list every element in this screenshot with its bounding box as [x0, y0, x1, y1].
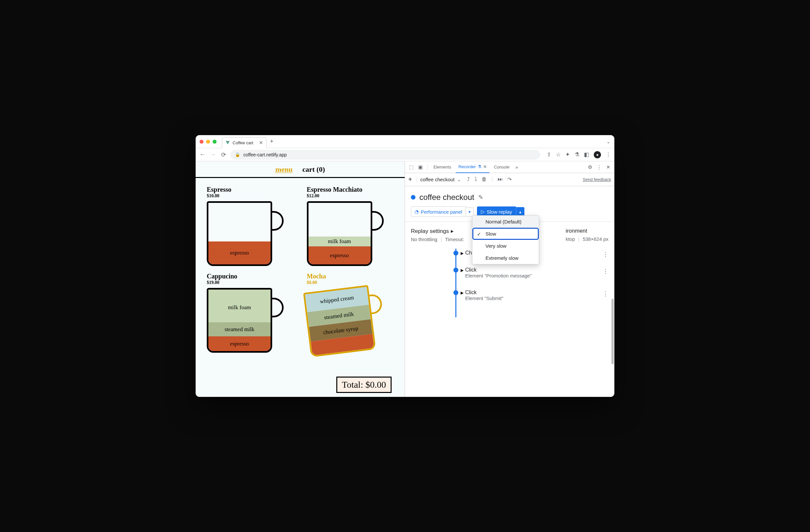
tab-elements[interactable]: Elements: [431, 161, 454, 173]
lock-icon: 🔒: [235, 152, 240, 157]
step-menu-icon[interactable]: ⋮: [603, 268, 609, 275]
env-device: ktop: [566, 236, 575, 242]
layer-foam: milk foam: [308, 237, 371, 246]
step-item[interactable]: ▶ Click Element "Submit" ⋮: [453, 288, 614, 311]
replay-speed-dropdown: Normal (Default) ✓ Slow Very slow Extrem…: [472, 215, 539, 264]
chevron-right-icon: ▶: [460, 268, 464, 273]
environment-block: ironment ktop | 538×624 px: [566, 228, 609, 242]
device-toggle-icon[interactable]: ▣: [417, 164, 424, 170]
dropdown-item-extremely-slow[interactable]: Extremely slow: [472, 252, 539, 264]
chevron-down-icon: ⌄: [457, 177, 461, 182]
forward-button[interactable]: →: [209, 151, 216, 158]
extensions-icon[interactable]: ✦: [565, 151, 570, 158]
more-tabs-icon[interactable]: »: [514, 164, 519, 170]
recording-title: coffee checkout: [419, 193, 474, 202]
page-nav: menu cart (0): [196, 161, 405, 178]
delete-icon[interactable]: 🗑: [482, 176, 487, 182]
content-area: menu cart (0) Espresso $10.00 espresso: [196, 161, 614, 397]
product-grid: Espresso $10.00 espresso Espresso Macchi…: [196, 178, 405, 353]
flask-icon: ⚗: [477, 164, 482, 169]
product-name: Espresso: [207, 186, 294, 193]
browser-tab[interactable]: Coffee cart ✕: [222, 137, 266, 148]
product-price: $19.00: [207, 280, 294, 285]
layer-espresso: espresso: [308, 246, 371, 264]
new-recording-icon[interactable]: +: [408, 176, 412, 183]
product-espresso[interactable]: Espresso $10.00 espresso: [207, 186, 294, 267]
step-menu-icon[interactable]: ⋮: [603, 251, 609, 258]
step-item[interactable]: ▶ Click Element "Promotion message" ⋮: [453, 266, 614, 288]
recording-body: Replay settings ▸ No throttling | Timeou…: [405, 222, 614, 321]
cup-graphic: milk foam steamed milk espresso: [207, 288, 285, 353]
performance-panel-button[interactable]: ◔ Performance panel: [411, 207, 466, 217]
tab-recorder[interactable]: Recorder ⚗ ✕: [456, 161, 489, 173]
profile-avatar[interactable]: ●: [594, 151, 601, 158]
dropdown-item-normal[interactable]: Normal (Default): [472, 215, 539, 228]
menu-icon[interactable]: ⋮: [605, 151, 611, 158]
close-window[interactable]: [199, 140, 204, 144]
product-cappucino[interactable]: Cappucino $19.00 milk foam steamed milk …: [207, 273, 294, 353]
cup-body: whipped cream steamed milk chocolate syr…: [303, 285, 376, 357]
maximize-window[interactable]: [213, 140, 216, 144]
recording-selector[interactable]: coffee checkout ⌄: [420, 177, 461, 182]
step-title: Click: [465, 267, 614, 273]
share-icon[interactable]: ⇪: [547, 151, 551, 158]
step-icon[interactable]: ↷: [507, 176, 512, 182]
timeout-label: Timeout:: [445, 237, 464, 242]
product-mocha[interactable]: Mocha $8.00 whipped cream steamed milk c…: [307, 273, 394, 353]
dropdown-item-slow[interactable]: ✓ Slow: [472, 228, 539, 240]
env-dimensions: 538×624 px: [583, 236, 609, 242]
reload-button[interactable]: ⟳: [220, 151, 227, 158]
product-name: Cappucino: [207, 273, 294, 280]
import-icon[interactable]: ⤵: [474, 176, 477, 182]
window-controls: [199, 140, 216, 144]
back-button[interactable]: ←: [199, 151, 206, 158]
product-name: Espresso Macchiato: [307, 186, 394, 193]
address-bar[interactable]: 🔒 coffee-cart.netlify.app: [230, 150, 540, 160]
browser-toolbar: ← → ⟳ 🔒 coffee-cart.netlify.app ⇪ ☆ ✦ ⚗ …: [196, 148, 614, 161]
devtools-panel: ⬚ ▣ Elements Recorder ⚗ ✕ Console » ⚙ ⋮ …: [405, 161, 614, 397]
layer-steamed: steamed milk: [208, 322, 271, 336]
inspect-icon[interactable]: ⬚: [408, 164, 415, 170]
step-dot-icon: [453, 268, 458, 273]
kebab-icon[interactable]: ⋮: [595, 164, 603, 170]
labs-icon[interactable]: ⚗: [574, 151, 579, 158]
performance-dropdown[interactable]: ▾: [466, 207, 474, 216]
recorder-actions: ⤴ ⤵ 🗑 | ⏭ ↷: [467, 176, 511, 182]
product-price: $12.00: [307, 193, 394, 198]
close-tab-icon[interactable]: ✕: [259, 140, 263, 145]
cup-handle: [271, 298, 284, 317]
panel-icon[interactable]: ◧: [584, 151, 589, 158]
send-feedback-link[interactable]: Send feedback: [583, 177, 611, 182]
total-badge[interactable]: Total: $0.00: [336, 376, 392, 393]
gauge-icon: ◔: [415, 209, 419, 215]
play-icon: ▷: [481, 209, 485, 215]
tab-console[interactable]: Console: [491, 161, 512, 173]
nav-menu-link[interactable]: menu: [275, 165, 293, 174]
browser-window: Coffee cart ✕ + ⌄ ← → ⟳ 🔒 coffee-cart.ne…: [196, 135, 614, 397]
step-subtitle: Element "Submit": [465, 295, 614, 301]
scrollbar[interactable]: [612, 299, 614, 364]
cup-graphic: milk foam espresso: [307, 201, 385, 267]
step-over-icon[interactable]: ⏭: [498, 176, 503, 182]
url-text: coffee-cart.netlify.app: [243, 152, 287, 157]
vue-favicon-icon: [225, 140, 230, 145]
gear-icon[interactable]: ⚙: [586, 164, 594, 170]
chevron-right-icon: ▶: [460, 291, 464, 295]
tab-title: Coffee cart: [232, 140, 253, 145]
export-icon[interactable]: ⤴: [467, 176, 470, 182]
bookmark-icon[interactable]: ☆: [556, 151, 561, 158]
new-tab-button[interactable]: +: [270, 138, 274, 145]
close-devtools-icon[interactable]: ✕: [605, 164, 612, 170]
close-icon[interactable]: ✕: [483, 164, 487, 169]
step-dot-icon: [453, 251, 458, 256]
layer-foam: milk foam: [208, 290, 271, 325]
tabs-dropdown-icon[interactable]: ⌄: [606, 139, 611, 144]
step-title: Click: [465, 290, 614, 295]
cup-handle: [371, 211, 384, 231]
nav-cart-link[interactable]: cart (0): [302, 165, 325, 174]
step-menu-icon[interactable]: ⋮: [603, 290, 609, 297]
dropdown-item-very-slow[interactable]: Very slow: [472, 240, 539, 252]
product-macchiato[interactable]: Espresso Macchiato $12.00 milk foam espr…: [307, 186, 394, 267]
edit-icon[interactable]: ✎: [478, 194, 483, 201]
minimize-window[interactable]: [206, 140, 210, 144]
